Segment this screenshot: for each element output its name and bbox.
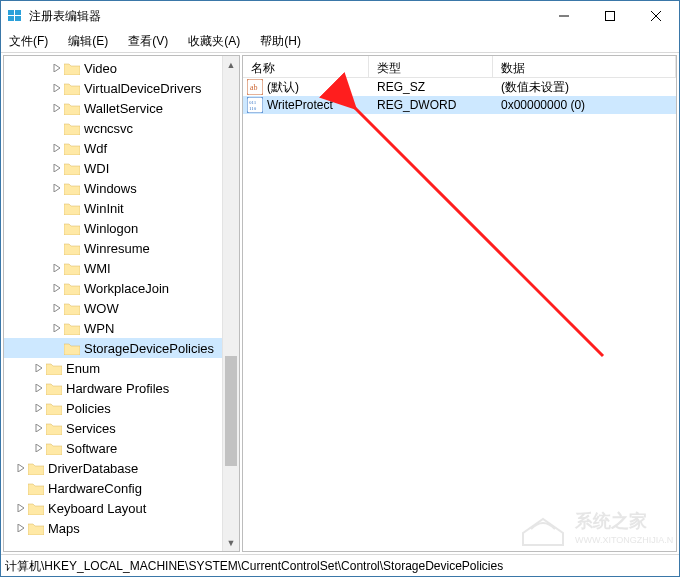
folder-icon xyxy=(46,361,62,375)
maximize-button[interactable] xyxy=(587,1,633,31)
registry-tree[interactable]: VideoVirtualDeviceDriversWalletServicewc… xyxy=(4,56,239,538)
menu-edit[interactable]: 编辑(E) xyxy=(64,31,112,52)
close-button[interactable] xyxy=(633,1,679,31)
tree-item-label: HardwareConfig xyxy=(48,481,142,496)
registry-editor-window: 注册表编辑器 文件(F) 编辑(E) 查看(V) 收藏夹(A) 帮助(H) Vi… xyxy=(0,0,680,577)
tree-item-label: WPN xyxy=(84,321,114,336)
menu-view[interactable]: 查看(V) xyxy=(124,31,172,52)
tree-item[interactable]: Winlogon xyxy=(4,218,239,238)
tree-item[interactable]: StorageDevicePolicies xyxy=(4,338,239,358)
folder-icon xyxy=(28,521,44,535)
tree-item[interactable]: Wdf xyxy=(4,138,239,158)
tree-item[interactable]: WPN xyxy=(4,318,239,338)
tree-item-label: VirtualDeviceDrivers xyxy=(84,81,202,96)
column-name[interactable]: 名称 xyxy=(243,56,369,77)
scroll-thumb[interactable] xyxy=(225,356,237,466)
chevron-right-icon[interactable] xyxy=(50,261,64,275)
chevron-right-icon[interactable] xyxy=(50,161,64,175)
chevron-right-icon[interactable] xyxy=(50,61,64,75)
tree-item[interactable]: Winresume xyxy=(4,238,239,258)
binary-value-icon xyxy=(247,97,263,113)
expander-spacer xyxy=(50,201,64,215)
chevron-right-icon[interactable] xyxy=(32,441,46,455)
tree-item-label: Video xyxy=(84,61,117,76)
expander-spacer xyxy=(50,221,64,235)
tree-item[interactable]: wcncsvc xyxy=(4,118,239,138)
folder-icon xyxy=(46,401,62,415)
tree-item[interactable]: WorkplaceJoin xyxy=(4,278,239,298)
chevron-right-icon[interactable] xyxy=(50,181,64,195)
expander-spacer xyxy=(50,341,64,355)
chevron-right-icon[interactable] xyxy=(50,301,64,315)
value-name: WriteProtect xyxy=(267,98,333,112)
tree-item-label: Enum xyxy=(66,361,100,376)
menu-file[interactable]: 文件(F) xyxy=(5,31,52,52)
tree-item-label: WDI xyxy=(84,161,109,176)
tree-item[interactable]: WinInit xyxy=(4,198,239,218)
tree-item-label: WinInit xyxy=(84,201,124,216)
chevron-right-icon[interactable] xyxy=(14,501,28,515)
value-row[interactable]: (默认)REG_SZ(数值未设置) xyxy=(243,78,676,96)
tree-scrollbar[interactable]: ▲ ▼ xyxy=(222,56,239,551)
chevron-right-icon[interactable] xyxy=(50,81,64,95)
tree-item[interactable]: WOW xyxy=(4,298,239,318)
values-pane: 名称 类型 数据 (默认)REG_SZ(数值未设置)WriteProtectRE… xyxy=(242,55,677,552)
folder-icon xyxy=(64,81,80,95)
scroll-down-icon[interactable]: ▼ xyxy=(223,534,239,551)
tree-item[interactable]: HardwareConfig xyxy=(4,478,239,498)
tree-item[interactable]: Policies xyxy=(4,398,239,418)
menu-favorites[interactable]: 收藏夹(A) xyxy=(184,31,244,52)
chevron-right-icon[interactable] xyxy=(50,101,64,115)
minimize-button[interactable] xyxy=(541,1,587,31)
menu-help[interactable]: 帮助(H) xyxy=(256,31,305,52)
chevron-right-icon[interactable] xyxy=(50,321,64,335)
svg-rect-0 xyxy=(8,10,14,15)
tree-item-label: wcncsvc xyxy=(84,121,133,136)
chevron-right-icon[interactable] xyxy=(50,281,64,295)
chevron-right-icon[interactable] xyxy=(14,521,28,535)
column-type[interactable]: 类型 xyxy=(369,56,493,77)
tree-item[interactable]: WMI xyxy=(4,258,239,278)
tree-item-label: WorkplaceJoin xyxy=(84,281,169,296)
statusbar-path: 计算机\HKEY_LOCAL_MACHINE\SYSTEM\CurrentCon… xyxy=(5,559,503,573)
tree-item-label: DriverDatabase xyxy=(48,461,138,476)
folder-icon xyxy=(28,481,44,495)
tree-item-label: Policies xyxy=(66,401,111,416)
values-list[interactable]: (默认)REG_SZ(数值未设置)WriteProtectREG_DWORD0x… xyxy=(243,78,676,114)
tree-item[interactable]: Enum xyxy=(4,358,239,378)
folder-icon xyxy=(28,501,44,515)
tree-item[interactable]: VirtualDeviceDrivers xyxy=(4,78,239,98)
tree-item[interactable]: Maps xyxy=(4,518,239,538)
tree-item[interactable]: WDI xyxy=(4,158,239,178)
titlebar: 注册表编辑器 xyxy=(1,1,679,31)
tree-item[interactable]: WalletService xyxy=(4,98,239,118)
tree-item[interactable]: Video xyxy=(4,58,239,78)
value-type: REG_DWORD xyxy=(369,98,493,112)
menubar: 文件(F) 编辑(E) 查看(V) 收藏夹(A) 帮助(H) xyxy=(1,31,679,53)
folder-icon xyxy=(28,461,44,475)
chevron-right-icon[interactable] xyxy=(14,461,28,475)
tree-item[interactable]: DriverDatabase xyxy=(4,458,239,478)
chevron-right-icon[interactable] xyxy=(32,421,46,435)
value-type: REG_SZ xyxy=(369,80,493,94)
statusbar: 计算机\HKEY_LOCAL_MACHINE\SYSTEM\CurrentCon… xyxy=(1,554,679,576)
folder-icon xyxy=(64,121,80,135)
tree-item-label: Software xyxy=(66,441,117,456)
scroll-up-icon[interactable]: ▲ xyxy=(223,56,239,73)
svg-rect-2 xyxy=(8,16,14,21)
tree-item[interactable]: Windows xyxy=(4,178,239,198)
folder-icon xyxy=(46,441,62,455)
folder-icon xyxy=(64,241,80,255)
folder-icon xyxy=(64,181,80,195)
chevron-right-icon[interactable] xyxy=(32,361,46,375)
tree-item[interactable]: Keyboard Layout xyxy=(4,498,239,518)
tree-item[interactable]: Software xyxy=(4,438,239,458)
value-row[interactable]: WriteProtectREG_DWORD0x00000000 (0) xyxy=(243,96,676,114)
chevron-right-icon[interactable] xyxy=(32,401,46,415)
tree-item[interactable]: Services xyxy=(4,418,239,438)
chevron-right-icon[interactable] xyxy=(50,141,64,155)
column-data[interactable]: 数据 xyxy=(493,56,676,77)
chevron-right-icon[interactable] xyxy=(32,381,46,395)
tree-item[interactable]: Hardware Profiles xyxy=(4,378,239,398)
tree-item-label: Winresume xyxy=(84,241,150,256)
